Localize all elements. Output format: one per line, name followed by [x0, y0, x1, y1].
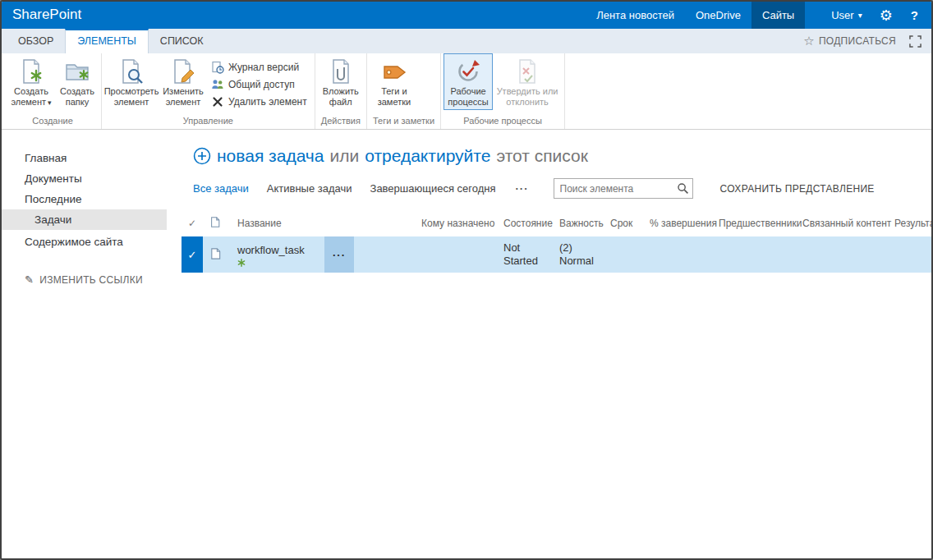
- new-item-label: Создать элемент: [11, 86, 48, 107]
- newsfeed-link[interactable]: Лента новостей: [586, 2, 685, 29]
- sidebar-item-documents[interactable]: Документы: [2, 168, 182, 189]
- new-folder-button[interactable]: Создать папку: [56, 53, 99, 110]
- ribbon-group-workflows: Рабочие процессы Утвердить или отклонить…: [441, 53, 565, 129]
- group-label-create: Создание: [7, 115, 99, 129]
- new-task-callout: новая задача или отредактируйте этот спи…: [182, 146, 931, 166]
- view-item-label: Просмотреть элемент: [104, 86, 159, 108]
- workflows-button[interactable]: Рабочие процессы: [444, 53, 493, 110]
- cell-due: [610, 236, 650, 273]
- column-header-priority[interactable]: Важность: [559, 218, 610, 229]
- sidebar-item-site-contents[interactable]: Содержимое сайта: [2, 232, 182, 252]
- column-header-complete[interactable]: % завершения: [650, 218, 719, 229]
- add-icon[interactable]: [193, 147, 211, 165]
- workflows-label: Рабочие процессы: [447, 86, 489, 108]
- view-bar: Все задачи Активные задачи Завершающиеся…: [182, 178, 931, 199]
- delete-item-label: Удалить элемент: [228, 96, 307, 108]
- edit-item-label: Изменить элемент: [162, 86, 205, 108]
- edit-links-button[interactable]: ✎ ИЗМЕНИТЬ ССЫЛКИ: [2, 273, 182, 286]
- delete-item-button[interactable]: Удалить элемент: [211, 95, 307, 108]
- version-history-button[interactable]: Журнал версий: [211, 61, 307, 74]
- select-all-check-icon[interactable]: ✓: [188, 218, 196, 229]
- cell-outcome: [894, 236, 931, 273]
- attach-file-button[interactable]: Вложить файл: [318, 53, 364, 110]
- shared-with-label: Общий доступ: [228, 79, 295, 90]
- check-icon: ✓: [188, 249, 197, 261]
- tab-items[interactable]: ЭЛЕМЕНТЫ: [65, 29, 149, 53]
- new-folder-label: Создать папку: [59, 86, 95, 108]
- focus-on-content-icon[interactable]: [909, 35, 922, 48]
- view-due-today[interactable]: Завершающиеся сегодня: [370, 182, 496, 195]
- tags-notes-button[interactable]: Теги и заметки: [370, 53, 419, 110]
- column-header-assigned[interactable]: Кому назначено: [421, 218, 503, 229]
- sharepoint-logo[interactable]: SharePoint: [2, 2, 81, 29]
- user-menu[interactable]: User ▾: [823, 2, 870, 29]
- search-icon[interactable]: [674, 182, 692, 195]
- new-item-button[interactable]: Создать элемент▾: [7, 53, 56, 111]
- sidebar-item-tasks[interactable]: Задачи: [2, 209, 167, 230]
- chevron-down-icon: ▾: [858, 11, 862, 20]
- table-row: ✓ workflow_task: [182, 236, 931, 273]
- cell-assigned: [421, 236, 503, 273]
- gear-icon[interactable]: ⚙: [871, 2, 902, 29]
- view-active-tasks[interactable]: Активные задачи: [267, 182, 352, 195]
- shared-with-button[interactable]: Общий доступ: [211, 78, 307, 91]
- attach-file-icon: [328, 58, 354, 85]
- pencil-icon: ✎: [25, 273, 34, 286]
- document-icon: [209, 247, 222, 263]
- tab-list[interactable]: СПИСОК: [149, 29, 215, 53]
- column-header-outcome[interactable]: Результат: [894, 218, 931, 229]
- search-input[interactable]: [554, 183, 674, 195]
- view-item-button[interactable]: Просмотреть элемент: [104, 53, 159, 110]
- search-box: [554, 178, 693, 199]
- user-name: User: [831, 9, 853, 21]
- edit-list-link[interactable]: отредактируйте: [365, 146, 490, 166]
- column-header-status[interactable]: Состояние: [503, 218, 559, 229]
- ribbon-group-create: Создать элемент▾ Создать папку: [4, 53, 102, 129]
- star-icon: ☆: [803, 34, 815, 48]
- cell-status: Not Started: [503, 236, 559, 273]
- cell-complete: [650, 236, 719, 273]
- onedrive-link[interactable]: OneDrive: [685, 2, 751, 29]
- view-all-tasks[interactable]: Все задачи: [193, 182, 249, 195]
- help-icon[interactable]: ?: [902, 2, 931, 29]
- edit-item-button[interactable]: Изменить элемент: [159, 53, 208, 110]
- sidebar-item-home[interactable]: Главная: [2, 148, 182, 168]
- group-label-actions: Действия: [318, 115, 364, 129]
- cell-predecessors: [719, 236, 802, 273]
- open-menu-button[interactable]: ···: [324, 236, 354, 273]
- version-history-label: Журнал версий: [228, 62, 299, 73]
- follow-button[interactable]: ☆ ПОДПИСАТЬСЯ: [803, 34, 896, 48]
- cell-priority: (2) Normal: [559, 236, 610, 273]
- workflows-icon: [455, 58, 481, 85]
- approve-reject-label: Утвердить или отклонить: [496, 86, 558, 108]
- group-label-manage: Управление: [104, 115, 312, 129]
- more-views-button[interactable]: ···: [516, 182, 529, 195]
- table-header-row: ✓ Название Кому назначено Состояние Важн…: [182, 213, 931, 234]
- column-header-title[interactable]: Название: [228, 218, 421, 229]
- attach-file-label: Вложить файл: [321, 86, 361, 108]
- save-view-button[interactable]: СОХРАНИТЬ ПРЕДСТАВЛЕНИЕ: [720, 183, 875, 195]
- row-select-cell[interactable]: ✓: [182, 236, 203, 273]
- tag-icon: [381, 58, 407, 85]
- delete-icon: [211, 95, 224, 108]
- column-header-due[interactable]: Срок: [610, 218, 650, 229]
- shared-with-icon: [211, 78, 224, 91]
- ribbon-group-manage: Просмотреть элемент Изменить элемент: [102, 53, 315, 129]
- sites-link[interactable]: Сайты: [751, 2, 805, 29]
- left-nav: Главная Документы Последние Задачи Содер…: [2, 130, 182, 558]
- new-task-link[interactable]: новая задача: [217, 146, 324, 166]
- column-header-related[interactable]: Связанный контент: [802, 218, 894, 229]
- main-content: новая задача или отредактируйте этот спи…: [182, 130, 931, 558]
- tags-notes-label: Теги и заметки: [373, 86, 416, 108]
- task-title-link[interactable]: workflow_task: [237, 244, 324, 256]
- sidebar-item-recent[interactable]: Последние: [2, 189, 182, 209]
- column-header-predecessors[interactable]: Предшественники: [719, 218, 802, 229]
- callout-or-text: или: [329, 146, 359, 166]
- file-type-column-icon: [209, 216, 221, 231]
- version-history-icon: [211, 61, 224, 74]
- tab-browse[interactable]: ОБЗОР: [7, 29, 65, 53]
- view-item-icon: [118, 58, 145, 85]
- ribbon: Создать элемент▾ Создать папку: [2, 53, 931, 130]
- edit-links-label: ИЗМЕНИТЬ ССЫЛКИ: [39, 274, 143, 286]
- chevron-down-icon: ▾: [48, 99, 52, 107]
